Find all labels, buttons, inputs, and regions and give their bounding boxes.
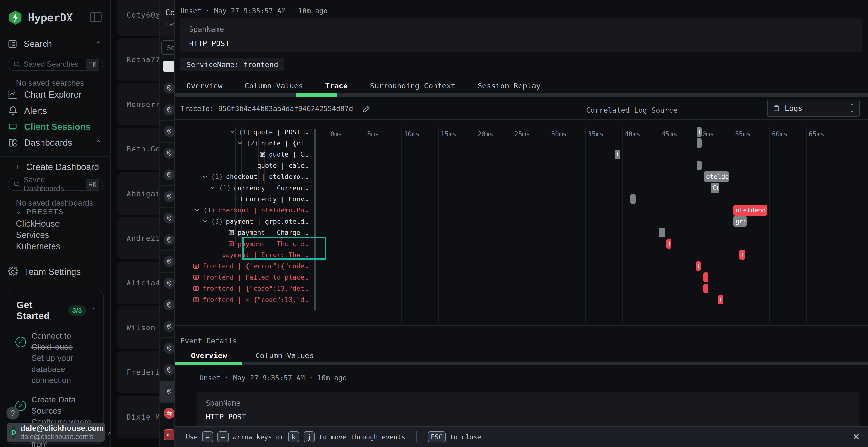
span-duration-bar[interactable] (739, 250, 745, 260)
event-details-tab-overview[interactable]: Overview (191, 351, 227, 360)
presets-toggle[interactable]: ⌄ PRESETS (16, 208, 64, 216)
span-duration-bar[interactable] (615, 149, 620, 159)
session-card[interactable]: Alicia42 (117, 262, 159, 304)
span-duration-bar[interactable] (696, 138, 702, 148)
trace-tree-row[interactable]: (3)payment | grpc.oteld… (202, 216, 308, 227)
session-card[interactable]: Frederic (117, 351, 159, 393)
tree-scrollbar[interactable] (314, 129, 316, 311)
user-menu[interactable]: D dale@clickhouse.com dale@clickhouse.co… (7, 423, 105, 442)
trace-tree-row[interactable]: currency | Conv… (236, 194, 308, 204)
rail-event-row[interactable] (160, 99, 174, 121)
rail-event-row[interactable] (160, 251, 174, 273)
preset-clickhouse[interactable]: ClickHouse (16, 219, 60, 229)
span-duration-bar[interactable] (696, 127, 702, 137)
preset-kubernetes[interactable]: Kubernetes (16, 241, 60, 251)
rail-event-row[interactable] (160, 294, 174, 316)
tab-surrounding-context[interactable]: Surrounding Context (370, 81, 456, 90)
session-card[interactable]: Andre21@ (117, 217, 159, 260)
preset-services[interactable]: Services (16, 230, 49, 240)
chevron-down-icon[interactable] (194, 207, 200, 214)
span-duration-bar[interactable] (703, 284, 708, 294)
trace-tree-row[interactable]: quote | calc… (257, 160, 308, 171)
session-card[interactable]: Coty60@g (117, 0, 159, 36)
rail-event-row[interactable] (160, 338, 174, 359)
session-card[interactable]: Dixie_Mc (117, 396, 159, 438)
tab-column-values[interactable]: Column Values (245, 81, 303, 90)
rail-event-row[interactable] (160, 186, 174, 208)
chevron-up-icon[interactable]: ⌃ (95, 139, 101, 147)
rail-event-row[interactable] (160, 208, 174, 229)
trace-tree-row[interactable]: (1)quote | POST … (229, 127, 308, 138)
trace-tree-row[interactable]: payment | Charge … (228, 227, 308, 238)
tab-session-replay[interactable]: Session Replay (478, 81, 540, 90)
span-duration-bar[interactable] (718, 295, 723, 304)
chevron-up-icon[interactable]: ⌃ (90, 306, 96, 315)
rail-search-input[interactable]: Sea (161, 40, 174, 55)
event-details-tab-column-values[interactable]: Column Values (255, 351, 314, 360)
chevron-up-icon[interactable]: ⌃ (95, 40, 101, 48)
chevron-down-icon[interactable] (202, 218, 208, 225)
collapse-sidebar-icon[interactable] (90, 11, 102, 23)
log-source-select[interactable]: Logs ⌃⌄ (767, 100, 860, 116)
session-card[interactable]: Beth.Gol (117, 128, 159, 170)
tab-trace[interactable]: Trace (325, 81, 348, 90)
sidebar-item-search[interactable]: Search ⌃ (8, 39, 103, 49)
saved-dashboards-input[interactable]: Saved Dashboards ⌘K (8, 178, 103, 191)
span-duration-bar[interactable]: grp (734, 216, 747, 227)
trace-tree-row[interactable]: frontend | {"code":13,"det… (193, 283, 308, 294)
help-button[interactable]: ? (6, 407, 19, 419)
rail-event-row[interactable] (160, 273, 174, 294)
tab-overview[interactable]: Overview (186, 81, 222, 90)
sidebar-item-client-sessions[interactable]: Client Sessions (8, 122, 103, 132)
span-duration-bar[interactable] (666, 239, 672, 248)
span-duration-bar[interactable] (703, 272, 708, 282)
service-name-chip[interactable]: ServiceName: frontend (180, 58, 284, 71)
rail-button[interactable] (163, 61, 174, 72)
rail-event-row[interactable]: ⇆ (160, 403, 174, 424)
sidebar-item-team-settings[interactable]: Team Settings (8, 267, 81, 277)
chevron-down-icon[interactable] (237, 140, 244, 146)
esc-key[interactable]: ESC (428, 431, 445, 442)
saved-searches-input[interactable]: Saved Searches ⌘K (8, 58, 103, 71)
rail-event-row[interactable] (160, 121, 174, 143)
j-key[interactable]: j (304, 431, 315, 442)
sidebar-item-chart-explorer[interactable]: Chart Explorer (8, 90, 103, 100)
trace-tree-row[interactable]: (1)checkout | oteldemo.… (202, 171, 308, 182)
trace-tree-row[interactable]: (2)quote | {cl… (237, 138, 308, 148)
close-icon[interactable]: ✕ (852, 432, 860, 442)
span-duration-bar[interactable] (630, 194, 635, 204)
span-duration-bar[interactable]: oteldem (704, 171, 729, 182)
sidebar-item-dashboards[interactable]: Dashboards⌃ (8, 138, 103, 148)
trace-tree-row[interactable]: frontend | Failed to place… (193, 272, 308, 283)
rail-event-row[interactable] (160, 229, 174, 251)
chevron-down-icon[interactable] (229, 129, 236, 135)
chevron-down-icon[interactable] (209, 184, 216, 191)
rail-event-row[interactable] (160, 77, 174, 99)
rail-event-row[interactable] (160, 143, 174, 164)
span-duration-bar[interactable] (696, 161, 702, 170)
trace-tree-row[interactable]: (1)checkout | oteldemo.Pa… (194, 205, 308, 216)
session-card[interactable]: Monserra (117, 83, 159, 126)
rail-event-row[interactable]: >_ (160, 424, 174, 446)
sidebar-item-alerts[interactable]: Alerts (8, 106, 103, 116)
k-key[interactable]: k (288, 431, 299, 442)
arrow-right-key[interactable]: → (217, 431, 228, 442)
trace-tree-row[interactable]: payment | Error: The … (222, 249, 308, 260)
get-started-item[interactable]: ✓Connect to ClickHouseSet up your databa… (8, 324, 103, 387)
trace-tree-row[interactable]: quote | C… (259, 149, 308, 160)
logo[interactable]: HyperDX (8, 10, 72, 26)
create-dashboard-button[interactable]: + Create Dashboard (14, 162, 99, 172)
rail-event-row[interactable] (160, 164, 174, 186)
session-card[interactable]: Retha77@ (117, 38, 159, 81)
span-duration-bar[interactable] (696, 261, 701, 271)
rail-event-row[interactable] (160, 316, 174, 338)
span-duration-bar[interactable]: oteldemo. (734, 205, 767, 215)
rail-event-row[interactable] (160, 359, 174, 381)
chevron-down-icon[interactable] (202, 173, 208, 180)
trace-tree-row[interactable]: frontend | × {"code":13,"d… (193, 294, 308, 305)
trace-tree-row[interactable]: payment | The cre… (228, 238, 308, 249)
session-card[interactable]: Abbigail (117, 172, 159, 215)
session-card[interactable]: Wilson_H (117, 306, 159, 349)
span-duration-bar[interactable]: Cu (711, 182, 719, 193)
trace-tree-row[interactable]: frontend | {"error":{"code… (193, 261, 308, 272)
